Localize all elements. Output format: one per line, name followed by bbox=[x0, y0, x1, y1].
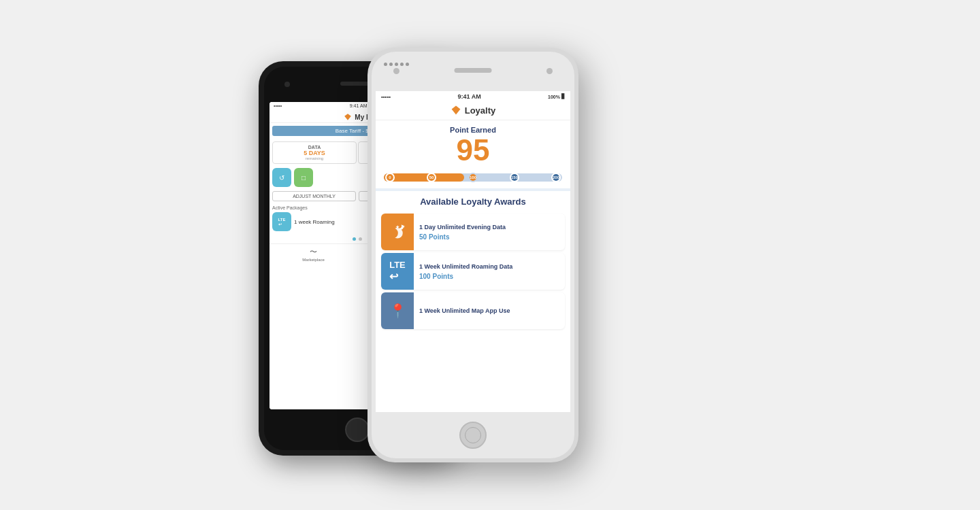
scene: ••••• 9:41 AM 🔋 My P Base Tariff - $45.0 bbox=[218, 34, 762, 476]
white-phone-header: Loyalty bbox=[376, 102, 570, 120]
white-home-button-inner bbox=[465, 427, 481, 443]
white-point-value: 95 bbox=[376, 134, 570, 167]
award-icon-map-app: 📍 bbox=[381, 292, 414, 329]
award-text-roaming-data: 1 Week Unlimited Roaming Data 100 Points bbox=[414, 259, 565, 284]
black-status-dots: ••••• bbox=[274, 103, 282, 109]
black-package-icon: LTE↩ bbox=[272, 212, 291, 231]
award-points-evening-data: 50 Points bbox=[419, 233, 559, 241]
award-points-roaming-data: 100 Points bbox=[419, 273, 559, 280]
award-icon-evening-data: ★ ★ bbox=[381, 214, 414, 250]
black-data-icon[interactable]: ↺ bbox=[272, 168, 291, 187]
white-prog-dot-50: 50 bbox=[427, 173, 436, 182]
white-progress-container: 0 50 100 150 200 bbox=[376, 169, 570, 188]
black-status-time: 9:41 AM bbox=[350, 103, 368, 109]
black-nav-marketplace[interactable]: 〜 Marketplace bbox=[270, 247, 357, 262]
black-dot-1 bbox=[353, 237, 356, 241]
white-status-dots-row bbox=[384, 63, 409, 66]
white-battery: 100% ▊ bbox=[548, 94, 565, 99]
lte-roaming-icon: LTE↩ bbox=[389, 260, 406, 283]
black-data-stat: DATA 5 DAYS remaining bbox=[272, 141, 357, 164]
black-dot-2 bbox=[359, 237, 362, 241]
white-prog-dot-100: 100 bbox=[468, 173, 478, 182]
white-prog-dot-150: 150 bbox=[510, 173, 519, 182]
svg-text:★: ★ bbox=[402, 224, 405, 228]
white-progress-dots: 0 50 100 150 200 bbox=[384, 173, 562, 182]
white-screen-content: ••••• 9:41 AM 100% ▊ Loyalty bbox=[376, 91, 570, 412]
white-phone-screen: ••••• 9:41 AM 100% ▊ Loyalty bbox=[376, 91, 570, 412]
award-item-evening-data[interactable]: ★ ★ 1 Day Unlimited Evening Data 50 Poin… bbox=[381, 214, 565, 250]
white-progress-track: 0 50 100 150 200 bbox=[384, 173, 562, 182]
map-pin-icon: 📍 bbox=[389, 303, 406, 319]
moon-star-icon: ★ ★ bbox=[389, 223, 406, 241]
svg-marker-0 bbox=[345, 114, 352, 120]
white-prog-dot-200: 200 bbox=[551, 173, 561, 182]
award-text-map-app: 1 Week Unlimited Map App Use bbox=[414, 303, 565, 320]
white-header-title: Loyalty bbox=[465, 105, 496, 116]
white-point-earned-section: Point Earned 95 bbox=[376, 120, 570, 169]
award-item-map-app[interactable]: 📍 1 Week Unlimited Map App Use bbox=[381, 292, 565, 329]
award-name-map-app: 1 Week Unlimited Map App Use bbox=[419, 307, 559, 316]
white-awards-title: Available Loyalty Awards bbox=[376, 188, 570, 211]
black-voice-icon[interactable]: □ bbox=[294, 168, 313, 187]
award-name-roaming-data: 1 Week Unlimited Roaming Data bbox=[419, 263, 559, 271]
award-icon-roaming-data: LTE↩ bbox=[381, 253, 414, 290]
adjust-monthly-button[interactable]: ADJUST MONTHLY bbox=[272, 191, 356, 201]
award-name-evening-data: 1 Day Unlimited Evening Data bbox=[419, 224, 559, 232]
white-home-button[interactable] bbox=[459, 422, 487, 449]
white-logo-diamond bbox=[451, 105, 461, 116]
black-phone-camera bbox=[284, 82, 290, 87]
white-status-time: 9:41 AM bbox=[457, 93, 480, 100]
white-phone: ••••• 9:41 AM 100% ▊ Loyalty bbox=[368, 48, 578, 462]
white-phone-camera bbox=[393, 68, 399, 74]
svg-marker-1 bbox=[451, 106, 460, 115]
white-phone-camera2 bbox=[546, 68, 553, 74]
white-prog-dot-0: 0 bbox=[385, 173, 395, 182]
white-signal-dots: ••••• bbox=[381, 94, 391, 100]
award-item-roaming-data[interactable]: LTE↩ 1 Week Unlimited Roaming Data 100 P… bbox=[381, 253, 565, 290]
black-logo-diamond bbox=[344, 113, 352, 121]
white-status-bar: ••••• 9:41 AM 100% ▊ bbox=[376, 91, 570, 102]
svg-text:★: ★ bbox=[395, 224, 399, 229]
award-text-evening-data: 1 Day Unlimited Evening Data 50 Points bbox=[414, 220, 565, 245]
black-home-button[interactable] bbox=[345, 418, 370, 442]
white-phone-speaker bbox=[455, 68, 492, 73]
